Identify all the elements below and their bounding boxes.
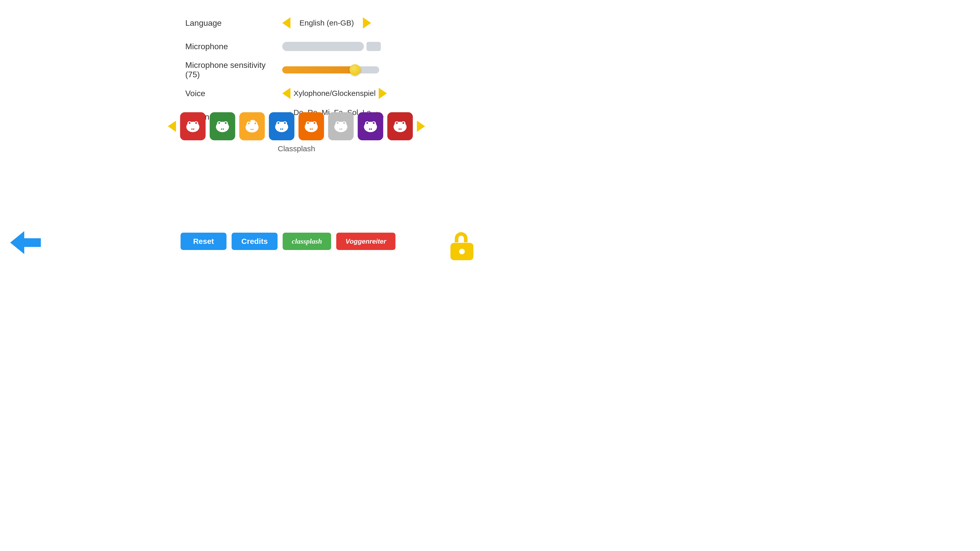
svg-point-34 — [284, 122, 286, 124]
svg-point-66 — [402, 122, 404, 124]
svg-point-46 — [338, 127, 344, 131]
animals-prev-button[interactable] — [168, 121, 176, 132]
animal-card-purple[interactable] — [358, 112, 383, 140]
animals-section: Classplash — [168, 112, 425, 153]
svg-point-40 — [311, 129, 313, 130]
svg-point-7 — [195, 122, 197, 124]
svg-point-31 — [280, 129, 282, 130]
svg-point-23 — [255, 122, 256, 124]
animal-card-red[interactable] — [180, 112, 206, 140]
svg-point-5 — [193, 129, 194, 130]
svg-point-11 — [220, 127, 226, 131]
microphone-control — [282, 42, 384, 51]
red-pig-icon — [184, 118, 202, 135]
svg-point-65 — [396, 122, 398, 124]
sensitivity-slider-thumb[interactable] — [349, 64, 361, 76]
back-arrow-button[interactable] — [10, 231, 41, 255]
lock-button[interactable] — [449, 232, 475, 260]
animal-card-blue[interactable] — [269, 112, 294, 140]
microphone-indicator — [366, 42, 381, 51]
svg-point-33 — [277, 122, 279, 124]
language-row: Language English (en-GB) — [185, 15, 384, 30]
svg-point-64 — [400, 129, 401, 130]
svg-point-50 — [343, 122, 345, 124]
sensitivity-row: Microphone sensitivity (75) — [185, 62, 384, 78]
svg-point-38 — [308, 127, 314, 131]
svg-point-39 — [310, 129, 311, 130]
language-control: English (en-GB) — [282, 17, 384, 29]
svg-point-54 — [368, 127, 374, 131]
sensitivity-label: Microphone sensitivity (75) — [185, 60, 282, 79]
voice-left-arrow-icon — [282, 88, 290, 99]
svg-point-4 — [191, 129, 192, 130]
language-prev-button[interactable] — [282, 17, 290, 29]
voice-value: Xylophone/Glockenspiel — [293, 89, 375, 98]
animal-card-yellow[interactable] — [239, 112, 265, 140]
svg-point-57 — [366, 122, 368, 124]
yellow-pig-icon — [243, 118, 261, 135]
svg-point-12 — [221, 129, 222, 130]
svg-point-47 — [339, 129, 341, 130]
svg-point-62 — [397, 127, 403, 131]
classplash-button[interactable]: classplash — [283, 233, 331, 250]
blue-pig-icon — [273, 118, 290, 135]
svg-point-56 — [371, 129, 372, 130]
svg-point-14 — [218, 122, 220, 124]
animal-card-darkred[interactable] — [387, 112, 413, 140]
back-arrow-icon — [10, 231, 41, 254]
purple-pig-icon — [362, 118, 379, 135]
animal-card-green[interactable] — [210, 112, 235, 140]
svg-point-3 — [190, 127, 196, 131]
microphone-label: Microphone — [185, 42, 282, 51]
voice-control: Xylophone/Glockenspiel — [282, 88, 387, 99]
svg-point-19 — [249, 128, 255, 131]
reset-button[interactable]: Reset — [181, 233, 227, 250]
svg-point-13 — [223, 129, 224, 130]
sensitivity-slider-fill — [282, 66, 355, 73]
lock-shackle-icon — [455, 232, 468, 242]
voice-next-button[interactable] — [379, 88, 387, 99]
animals-left-arrow-icon — [168, 121, 176, 132]
language-next-button[interactable] — [363, 17, 371, 29]
animals-right-arrow-icon — [417, 121, 425, 132]
lock-hole-icon — [459, 249, 465, 254]
animals-row — [168, 112, 425, 140]
gray-pig-icon — [332, 118, 350, 135]
microphone-bar — [282, 42, 364, 51]
svg-point-20 — [251, 129, 252, 130]
svg-point-22 — [248, 122, 250, 124]
voggenreiter-button[interactable]: Voggenreiter — [336, 233, 395, 250]
animals-next-button[interactable] — [417, 121, 425, 132]
orange-pig-icon — [303, 118, 320, 135]
language-right-arrow-icon — [363, 17, 371, 29]
animal-card-orange[interactable] — [299, 112, 324, 140]
language-label: Language — [185, 18, 282, 28]
lock-body-icon — [450, 243, 473, 260]
voice-label: Voice — [185, 89, 282, 98]
svg-point-42 — [313, 122, 315, 124]
voice-row: Voice Xylophone/Glockenspiel — [185, 86, 384, 101]
animal-card-gray[interactable] — [328, 112, 354, 140]
voice-right-arrow-icon — [379, 88, 387, 99]
svg-point-6 — [189, 122, 190, 124]
darkred-pig-icon — [391, 118, 409, 135]
svg-point-49 — [337, 122, 339, 124]
svg-point-32 — [282, 129, 283, 130]
microphone-row: Microphone — [185, 39, 384, 54]
svg-point-63 — [399, 129, 400, 130]
language-value: English (en-GB) — [293, 19, 360, 27]
green-pig-icon — [214, 118, 231, 135]
svg-point-21 — [252, 129, 253, 130]
svg-marker-67 — [10, 231, 41, 254]
svg-point-15 — [225, 122, 227, 124]
sensitivity-slider-track[interactable] — [282, 66, 379, 73]
sensitivity-slider-container — [282, 64, 384, 76]
svg-point-55 — [369, 129, 370, 130]
svg-point-41 — [307, 122, 309, 124]
svg-point-48 — [341, 129, 342, 130]
language-left-arrow-icon — [282, 17, 290, 29]
voice-prev-button[interactable] — [282, 88, 290, 99]
svg-point-30 — [279, 127, 285, 131]
credits-button[interactable]: Credits — [232, 233, 278, 250]
bottom-buttons: Reset Credits classplash Voggenreiter — [181, 233, 396, 250]
